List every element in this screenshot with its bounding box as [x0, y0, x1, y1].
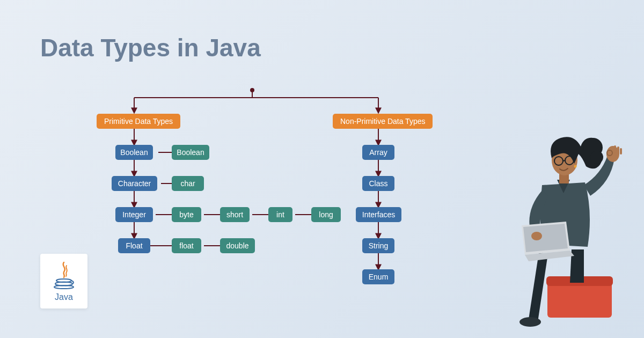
- diagram-container: Primitive Data Types Boolean Boolean Cha…: [89, 86, 464, 311]
- svg-point-34: [590, 151, 603, 164]
- node-class: Class: [362, 176, 394, 191]
- svg-rect-29: [620, 148, 622, 155]
- laptop-icon: [522, 222, 574, 261]
- svg-rect-28: [617, 146, 619, 154]
- java-logo: Java: [40, 254, 87, 308]
- node-byte: byte: [172, 207, 201, 222]
- java-logo-text: Java: [55, 292, 73, 302]
- node-enum: Enum: [362, 269, 394, 284]
- node-nonprimitive: Non-Primitive Data Types: [333, 114, 433, 129]
- node-short: short: [220, 207, 250, 222]
- page-title: Data Types in Java: [40, 33, 261, 62]
- svg-point-21: [54, 285, 74, 289]
- node-integer: Integer: [115, 207, 153, 222]
- node-interfaces: Interfaces: [356, 207, 401, 222]
- node-boolean-sub: Boolean: [172, 145, 209, 160]
- node-primitive: Primitive Data Types: [97, 114, 180, 129]
- svg-point-24: [519, 317, 541, 327]
- node-long: long: [311, 207, 341, 222]
- node-string: String: [362, 238, 394, 253]
- node-char: char: [172, 176, 204, 191]
- node-float-sub: float: [172, 238, 201, 253]
- node-boolean: Boolean: [115, 145, 153, 160]
- svg-line-37: [563, 160, 565, 161]
- node-array: Array: [362, 145, 394, 160]
- node-double: double: [220, 238, 255, 253]
- svg-point-30: [531, 232, 542, 240]
- svg-rect-27: [614, 145, 616, 153]
- java-cup-icon: [52, 260, 76, 291]
- svg-point-38: [574, 165, 577, 168]
- node-int: int: [268, 207, 292, 222]
- node-character: Character: [112, 176, 157, 191]
- person-illustration: [488, 105, 628, 330]
- node-float: Float: [118, 238, 150, 253]
